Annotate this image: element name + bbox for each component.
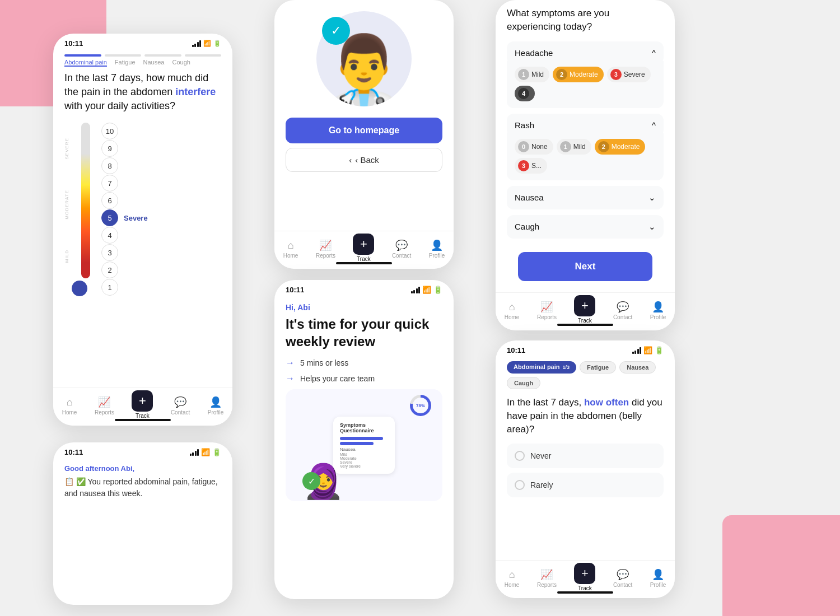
status-icons-6: 📶 🔋 bbox=[190, 448, 222, 456]
symptom-tabs: Abdominal pain Fatigue Nausea Cough bbox=[53, 59, 232, 71]
radio-never-label: Never bbox=[530, 451, 551, 460]
scale-8[interactable]: 8 bbox=[101, 157, 221, 174]
thermometer: SEVERE MODERATE MILD bbox=[64, 123, 95, 296]
scale-2[interactable]: 2 bbox=[101, 262, 221, 278]
rash-severe[interactable]: 3 S... bbox=[515, 158, 547, 174]
reports-icon-4: 📈 bbox=[540, 301, 553, 313]
nav-track-4[interactable]: + Track bbox=[574, 297, 595, 324]
symptom-nausea: Nausea ⌄ bbox=[507, 186, 664, 209]
tab-fatigue[interactable]: Fatigue bbox=[115, 59, 136, 67]
go-to-homepage-button[interactable]: Go to homepage bbox=[286, 118, 442, 143]
card-weekly-review: 10:11 📶 🔋 Hi, Abi It's time for your qui… bbox=[274, 280, 454, 599]
scale-5[interactable]: 5 Severe bbox=[101, 209, 221, 226]
scale-10[interactable]: 10 bbox=[101, 123, 221, 139]
battery-icon: 🔋 bbox=[213, 40, 221, 47]
nav-home-5[interactable]: ⌂ Home bbox=[505, 569, 520, 588]
headache-moderate[interactable]: 2 Moderate bbox=[553, 67, 604, 82]
scale-4[interactable]: 4 bbox=[101, 227, 221, 244]
nav-track-label-2: Track bbox=[357, 256, 371, 262]
nav-profile-5[interactable]: 👤 Profile bbox=[650, 568, 666, 588]
wifi-icon: 📶 bbox=[203, 40, 211, 47]
pain-scale: SEVERE MODERATE MILD 10 9 8 7 6 5 bbox=[64, 123, 221, 296]
headache-mild[interactable]: 1 Mild bbox=[515, 67, 549, 82]
nav-profile-1[interactable]: 👤 Profile bbox=[208, 396, 223, 416]
track-btn-2[interactable]: + bbox=[353, 234, 374, 255]
track-btn-5[interactable]: + bbox=[574, 563, 595, 584]
rash-none[interactable]: 0 None bbox=[515, 139, 553, 155]
nav-contact-4[interactable]: 💬 Contact bbox=[613, 301, 632, 320]
q-card-title: Symptoms Questionnaire bbox=[340, 422, 388, 433]
track-btn-4[interactable]: + bbox=[574, 295, 595, 316]
tag-caugh-5[interactable]: Caugh bbox=[507, 377, 540, 389]
nausea-chevron-down: ⌄ bbox=[648, 193, 656, 203]
nav-reports-label-5: Reports bbox=[537, 582, 557, 588]
scale-3[interactable]: 3 bbox=[101, 244, 221, 261]
scale-7[interactable]: 7 bbox=[101, 175, 221, 192]
tag-abdominal-5[interactable]: Abdominal pain 1/3 bbox=[507, 361, 576, 374]
rash-chevron-up: ^ bbox=[652, 120, 656, 130]
radio-never[interactable]: Never bbox=[507, 444, 664, 468]
profile-icon-2: 👤 bbox=[431, 239, 443, 251]
scale-9[interactable]: 9 bbox=[101, 140, 221, 157]
nav-reports-4[interactable]: 📈 Reports bbox=[537, 301, 557, 320]
battery-5: 🔋 bbox=[655, 346, 664, 354]
nav-home-2[interactable]: ⌂ Home bbox=[283, 240, 298, 259]
tab-abdominal[interactable]: Abdominal pain bbox=[64, 59, 107, 67]
home-indicator-4 bbox=[557, 324, 613, 326]
signal-6 bbox=[190, 449, 199, 456]
feature-time-label: 5 mins or less bbox=[300, 358, 348, 367]
nav-profile-label-5: Profile bbox=[650, 582, 666, 588]
symptom-tag-row: Abdominal pain 1/3 Fatigue Nausea Caugh bbox=[507, 361, 664, 389]
next-button[interactable]: Next bbox=[518, 252, 652, 281]
tag-fatigue-5[interactable]: Fatigue bbox=[580, 361, 616, 374]
nav-profile-label-2: Profile bbox=[429, 253, 445, 259]
nav-track-2[interactable]: + Track bbox=[353, 236, 374, 262]
back-button[interactable]: ‹ ‹ Back bbox=[286, 148, 442, 172]
progress-pct: 78% bbox=[413, 398, 428, 413]
tab-cough[interactable]: Cough bbox=[172, 59, 190, 67]
signal-3 bbox=[411, 287, 421, 293]
symptoms-question: What symptoms are you experiencing today… bbox=[507, 7, 664, 34]
nav-home-label-2: Home bbox=[283, 253, 298, 259]
arrow-2: → bbox=[286, 374, 295, 384]
nav-track-5[interactable]: + Track bbox=[574, 565, 595, 591]
scale-6[interactable]: 6 bbox=[101, 192, 221, 209]
nav-home-4[interactable]: ⌂ Home bbox=[505, 301, 520, 320]
nausea-header[interactable]: Nausea ⌄ bbox=[507, 186, 664, 209]
selected-label: Severe bbox=[124, 214, 148, 222]
nav-home-1[interactable]: ⌂ Home bbox=[62, 396, 77, 416]
contact-icon-5: 💬 bbox=[617, 568, 629, 581]
tag-nausea-5[interactable]: Nausea bbox=[619, 361, 656, 374]
checkmark-bubble: ✓ bbox=[322, 17, 350, 45]
contact-icon-2: 💬 bbox=[395, 239, 408, 251]
card4-body: What symptoms are you experiencing today… bbox=[496, 0, 675, 296]
profile-icon-4: 👤 bbox=[652, 301, 664, 313]
feature-team: → Helps your care team bbox=[286, 374, 442, 384]
nav-track-label-4: Track bbox=[578, 318, 592, 324]
nav-contact-label-2: Contact bbox=[392, 253, 411, 259]
label-mild: MILD bbox=[64, 250, 77, 263]
nav-reports-5[interactable]: 📈 Reports bbox=[537, 568, 557, 588]
severity-labels: SEVERE MODERATE MILD bbox=[64, 123, 77, 278]
nav-track-1[interactable]: + Track bbox=[132, 393, 153, 419]
nav-contact-2[interactable]: 💬 Contact bbox=[392, 239, 411, 259]
nav-contact-1[interactable]: 💬 Contact bbox=[171, 396, 190, 416]
scale-1[interactable]: 1 bbox=[101, 279, 221, 296]
headache-chevron-up: ^ bbox=[652, 48, 656, 58]
track-btn-1[interactable]: + bbox=[132, 390, 153, 412]
rash-mild[interactable]: 1 Mild bbox=[557, 139, 591, 155]
progress-seg-2 bbox=[105, 54, 142, 57]
headache-4[interactable]: 4 bbox=[515, 86, 535, 101]
nav-contact-5[interactable]: 💬 Contact bbox=[613, 568, 632, 588]
nav-reports-1[interactable]: 📈 Reports bbox=[95, 396, 114, 416]
nav-reports-2[interactable]: 📈 Reports bbox=[316, 239, 335, 259]
radio-rarely[interactable]: Rarely bbox=[507, 473, 664, 497]
card-pain-scale: 10:11 📶 🔋 Abdominal pain Fatigue Nausea … bbox=[53, 34, 232, 426]
nav-profile-4[interactable]: 👤 Profile bbox=[650, 301, 666, 320]
tab-nausea[interactable]: Nausea bbox=[143, 59, 165, 67]
nav-profile-label-1: Profile bbox=[208, 409, 223, 416]
nav-profile-2[interactable]: 👤 Profile bbox=[429, 239, 445, 259]
headache-severe[interactable]: 3 Severe bbox=[607, 67, 651, 82]
caugh-header[interactable]: Caugh ⌄ bbox=[507, 215, 664, 239]
rash-moderate[interactable]: 2 Moderate bbox=[595, 139, 646, 155]
